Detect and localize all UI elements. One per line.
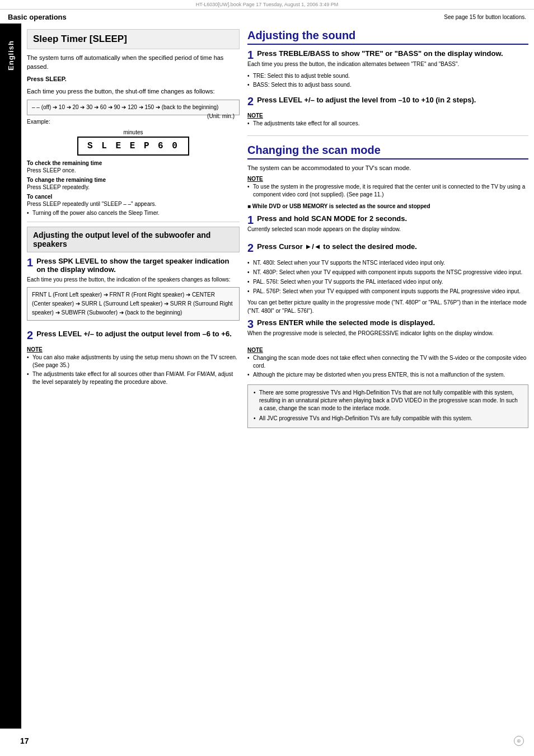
adjusting-output-heading: Adjusting the output level of the subwoo… <box>33 231 233 248</box>
step1-block: 1 Press SPK LEVEL to show the target spe… <box>27 257 240 325</box>
minutes-label: minutes <box>123 129 143 135</box>
sleep-display-wrapper: minutes S L E E P 6 0 <box>27 129 240 156</box>
sound-step1-bullet2: BASS: Select this to adjust bass sound. <box>247 81 528 89</box>
left-column: Sleep Timer [SLEEP] The system turns off… <box>27 29 240 723</box>
page: HT-L6030[UW].book Page 17 Tuesday, Augus… <box>0 0 534 756</box>
scan-note2-label: NOTE <box>247 347 528 353</box>
sound-step1-body1: Each time you press the button, the indi… <box>247 60 528 69</box>
scan-note2-2: Although the picture may be distorted wh… <box>247 371 528 379</box>
scan-step3-number: 3 <box>247 318 254 330</box>
sleep-timer-section-title: Sleep Timer [SLEEP] <box>27 29 240 49</box>
sound-step1-number: 1 <box>247 49 254 60</box>
change-remaining-label: To change the remaining time <box>27 177 240 183</box>
file-info: HT-L6030[UW].book Page 17 Tuesday, Augus… <box>0 0 534 10</box>
adjusting-output-note2: The adjustments take effect for all sour… <box>27 370 240 386</box>
adjusting-output-note-label: NOTE <box>27 346 240 353</box>
adjusting-output-section-title: Adjusting the output level of the subwoo… <box>27 227 240 252</box>
sound-note-label: NOTE <box>247 112 528 119</box>
scan-option1: NT. 480I: Select when your TV supports t… <box>247 259 528 267</box>
scan-step2-number: 2 <box>247 242 254 253</box>
cancel-label: To cancel <box>27 194 240 200</box>
sound-step1-block: 1 Press TREBLE/BASS to show "TRE" or "BA… <box>247 49 528 90</box>
scan-step3-block: 3 Press ENTER while the selected mode is… <box>247 318 528 341</box>
scan-step1-number: 1 <box>247 214 254 226</box>
sleep-sequence-text: – – (off) ➔ 10 ➔ 20 ➔ 30 ➔ 60 ➔ 90 ➔ 120… <box>32 104 218 110</box>
step2-block: 2 Press LEVEL +/– to adjust the output l… <box>27 330 240 341</box>
sound-step2-number: 2 <box>247 96 254 107</box>
scan-note2-1: Changing the scan mode does not take eff… <box>247 354 528 370</box>
main-content: English Sleep Timer [SLEEP] The system t… <box>0 24 534 729</box>
press-sleep-body: Each time you press the button, the shut… <box>27 87 240 96</box>
sleep-display: S L E E P 6 0 <box>77 137 189 156</box>
basic-operations-title: Basic operations <box>8 13 67 21</box>
sound-step2-heading: Press LEVEL +/– to adjust the level from… <box>257 96 528 104</box>
page-number: 17 <box>10 732 39 750</box>
sleep-sequence-unit: (Unit: min.) <box>207 112 235 121</box>
sound-step1-heading: Press TREBLE/BASS to show "TRE" or "BASS… <box>257 49 528 58</box>
change-remaining-body: Press SLEEP repeatedly. <box>27 184 240 190</box>
bottom-bar: 17 ⊕ <box>0 729 534 753</box>
content-area: Sleep Timer [SLEEP] The system turns off… <box>21 24 534 729</box>
step1-body: Each time you press the button, the indi… <box>27 276 240 284</box>
scan-mode-note0: To use the system in the progressive mod… <box>247 183 528 199</box>
scan-option4: PAL. 576P: Select when your TV equipped … <box>247 288 528 295</box>
sleep-timer-heading: Sleep Timer [SLEEP] <box>33 34 233 45</box>
scan-info2: All JVC progressive TVs and High-Definit… <box>254 415 522 422</box>
step2-number: 2 <box>27 330 33 341</box>
scan-step3-body: When the progressive mode is selected, t… <box>247 330 528 338</box>
speakers-flow: FRNT L (Front Left speaker) ➔ FRNT R (Fr… <box>27 287 240 321</box>
scan-option2: NT. 480P: Select when your TV equipped w… <box>247 269 528 276</box>
check-remaining-body: Press SLEEP once. <box>27 167 240 173</box>
scan-step2-block: 2 Press Cursor ►/◄ to select the desired… <box>247 242 528 253</box>
scan-step1-block: 1 Press and hold SCAN MODE for 2 seconds… <box>247 214 528 237</box>
scan-option3: PAL. 576I: Select when your TV supports … <box>247 278 528 286</box>
step1-heading: Press SPK LEVEL to show the target speak… <box>36 257 240 274</box>
scan-mode-note-label: NOTE <box>247 176 528 182</box>
cancel-body1: Press SLEEP repeatedly until "SLEEP – –"… <box>27 201 240 207</box>
bottom-corner-mark: ⊕ <box>514 736 524 746</box>
step2-heading: Press LEVEL +/– to adjust the output lev… <box>36 330 240 338</box>
scan-step2-extra: You can get better picture quality in th… <box>247 299 528 315</box>
sound-step2-block: 2 Press LEVEL +/– to adjust the level fr… <box>247 96 528 107</box>
adjusting-output-note1: You can also make adjustments by using t… <box>27 354 240 369</box>
page-section-header: Basic operations See page 15 for button … <box>0 10 534 21</box>
scan-mode-intro: The system can be accommodated to your T… <box>247 164 528 173</box>
scan-info-box: There are some progressive TVs and High-… <box>247 384 528 428</box>
check-remaining-label: To check the remaining time <box>27 160 240 166</box>
sidebar-language-label: English <box>7 40 15 71</box>
scan-step1-heading: Press and hold SCAN MODE for 2 seconds. <box>257 214 528 223</box>
step1-number: 1 <box>27 257 33 268</box>
cancel-body2: Turning off the power also cancels the S… <box>27 209 240 217</box>
scan-step3-heading: Press ENTER while the selected mode is d… <box>257 318 528 327</box>
scan-while-label: ■ While DVD or USB MEMORY is selected as… <box>247 203 528 211</box>
scan-mode-heading: Changing the scan mode <box>247 144 528 159</box>
sound-note1: The adjustments take effect for all sour… <box>247 120 528 128</box>
sleep-sequence-box: – – (off) ➔ 10 ➔ 20 ➔ 30 ➔ 60 ➔ 90 ➔ 120… <box>27 100 240 115</box>
scan-step1-body: Currently selected scan mode appears on … <box>247 226 528 234</box>
button-locations-note: See page 15 for button locations. <box>444 14 526 20</box>
adjusting-sound-heading: Adjusting the sound <box>247 29 528 45</box>
scan-step2-heading: Press Cursor ►/◄ to select the desired m… <box>257 242 528 251</box>
press-sleep-heading: Press SLEEP. <box>27 75 240 84</box>
sound-step1-bullet1: TRE: Select this to adjust treble sound. <box>247 72 528 80</box>
right-column: Adjusting the sound 1 Press TREBLE/BASS … <box>247 29 528 723</box>
scan-info1: There are some progressive TVs and High-… <box>254 389 522 412</box>
sleep-timer-intro: The system turns off automatically when … <box>27 54 240 72</box>
sidebar: English <box>0 24 21 729</box>
